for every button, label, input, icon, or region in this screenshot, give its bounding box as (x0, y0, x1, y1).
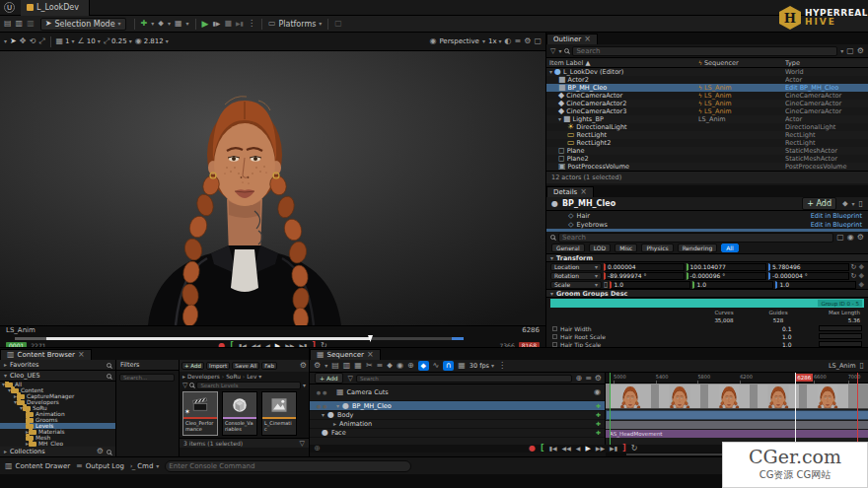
cinematics-icon[interactable] (175, 20, 182, 28)
view-options-icon[interactable] (300, 440, 305, 448)
groom-group-bar[interactable]: Group ID 0 - 5 (550, 299, 864, 308)
save-icon[interactable] (4, 20, 12, 28)
outliner-settings-icon[interactable] (857, 47, 864, 55)
scale-lock-icon[interactable] (604, 281, 608, 289)
close-icon[interactable] (78, 351, 85, 359)
asset-l-cinematic[interactable]: L_Cinematic (261, 391, 297, 436)
scale-dropdown[interactable]: Scale (550, 281, 602, 289)
outliner-row[interactable]: CineCameraActorLS_AnimCineCameraActor (546, 92, 868, 100)
details-search-input[interactable] (558, 233, 833, 243)
sequencer-settings-icon[interactable] (314, 362, 321, 370)
chevron-down-icon[interactable] (840, 47, 843, 55)
location-x-field[interactable]: 0.000004 (604, 263, 685, 271)
display-options-icon[interactable] (836, 234, 844, 242)
keyframe-all-button[interactable] (418, 361, 429, 371)
go-to-start-button[interactable] (549, 445, 557, 453)
tab-details[interactable]: Details (546, 186, 594, 197)
expander-icon[interactable] (558, 115, 561, 123)
track-bp-mh-cleo[interactable]: BP_MH_Cleo (310, 401, 605, 411)
edit-icon[interactable] (366, 362, 373, 370)
play-button[interactable] (202, 20, 209, 29)
close-icon[interactable] (367, 351, 374, 359)
list-options-icon[interactable] (585, 375, 592, 383)
filter-icon[interactable] (182, 382, 187, 389)
chevron-down-icon[interactable] (186, 20, 189, 28)
chevron-down-icon[interactable] (325, 362, 327, 370)
track-camera-cuts[interactable]: Camera Cuts (310, 384, 605, 401)
chevron-down-icon[interactable] (258, 373, 261, 381)
outliner-row[interactable]: RectLightRectLight (546, 131, 868, 139)
chevron-down-icon[interactable] (558, 47, 561, 55)
head-movement-section[interactable]: AS_HeadMovement (606, 430, 868, 438)
location-y-field[interactable]: 100.104077 (687, 263, 767, 271)
browser-icon[interactable] (27, 20, 35, 28)
project-header[interactable]: Cleo_UE5 (0, 371, 115, 382)
outliner-row-selected[interactable]: BP_MH_CleoLS_AnimEdit BP_MH_Cleo (546, 84, 868, 92)
set-playback-start-button[interactable] (541, 445, 544, 453)
range-button[interactable] (443, 361, 454, 371)
edit-in-blueprint-link[interactable]: Edit in Blueprint (811, 212, 862, 220)
checkbox[interactable] (552, 334, 557, 339)
rotation-snap-control[interactable]: 10 (78, 37, 101, 45)
outliner-search-input[interactable] (572, 46, 837, 56)
blueprint-icon[interactable] (842, 200, 848, 208)
add-button[interactable]: + Add (181, 362, 204, 370)
snap-icon[interactable] (314, 445, 321, 453)
curve-editor-icon[interactable] (433, 362, 440, 370)
outliner-row[interactable]: CineCameraActor3LS_AnimCineCameraActor (546, 107, 868, 115)
gear-icon[interactable] (595, 375, 602, 383)
mute-icon[interactable] (317, 402, 321, 410)
add-section-icon[interactable] (596, 430, 601, 436)
column-item-label[interactable]: Item Label ▲ (546, 59, 698, 67)
back-icon[interactable] (182, 373, 185, 381)
frame-skip-icon[interactable] (212, 20, 220, 28)
track-face[interactable]: Face (310, 429, 605, 438)
asset-console-variables[interactable]: Console_Variables (222, 391, 257, 436)
lock-icon[interactable] (859, 200, 863, 208)
column-sequencer[interactable]: Sequencer (698, 59, 785, 67)
record-button[interactable] (529, 445, 536, 453)
render-movie-icon[interactable] (354, 362, 362, 370)
favorites-header[interactable]: Favorites (0, 360, 115, 371)
hair-width-input[interactable] (819, 325, 862, 331)
filter-lod[interactable]: LOD (589, 244, 611, 252)
loop-button[interactable] (631, 445, 638, 453)
save-all-button[interactable]: Save All (232, 362, 259, 370)
filter-misc[interactable]: Misc (615, 244, 637, 252)
screen-percentage-control[interactable]: 1x (488, 37, 502, 45)
outliner-row[interactable]: L_LookDev (Editor)World (546, 68, 868, 76)
edit-blueprint-link[interactable]: Edit BP_MH_Cleo (785, 84, 868, 92)
fast-forward-button[interactable] (596, 445, 605, 453)
column-type[interactable]: Type (785, 59, 868, 67)
reset-icon[interactable] (851, 272, 857, 280)
checkbox[interactable] (552, 342, 557, 347)
eject-icon[interactable] (236, 20, 244, 28)
breadcrumb-developers[interactable]: Developers (187, 374, 220, 380)
add-section-icon[interactable] (596, 412, 601, 418)
show-flags-icon[interactable] (515, 37, 522, 45)
filters-search-input[interactable] (119, 374, 175, 382)
rotation-y-field[interactable]: -0.000096 ° (687, 272, 767, 280)
viewport-settings-icon[interactable] (524, 37, 531, 45)
timeline-scrubber[interactable] (0, 335, 545, 341)
mute-icon[interactable] (317, 388, 321, 396)
platforms-dropdown[interactable]: Platforms (268, 20, 322, 29)
scale-x-field[interactable]: 1.0 (610, 281, 690, 289)
gear-icon[interactable] (97, 448, 104, 455)
level-tab[interactable]: L_LookDev (21, 0, 90, 16)
rotation-x-field[interactable]: -89.999974 ° (604, 272, 685, 280)
set-playback-end-button[interactable] (622, 445, 626, 453)
save-icon[interactable] (331, 362, 339, 370)
hair-root-scale-input[interactable] (819, 333, 862, 339)
add-section-icon[interactable] (596, 403, 601, 409)
unreal-logo-icon[interactable]: U (4, 2, 15, 13)
solo-icon[interactable] (323, 388, 326, 396)
filter-general[interactable]: General (551, 244, 585, 252)
reset-icon[interactable] (851, 263, 857, 271)
breadcrumb-soru[interactable]: SoRu (226, 374, 241, 380)
rotation-z-field[interactable]: -0.000004 ° (768, 272, 849, 280)
track-animation[interactable]: Animation (310, 420, 605, 429)
scale-y-field[interactable]: 1.0 (692, 281, 773, 289)
scale-z-field[interactable]: 1.0 (775, 281, 856, 289)
gear-icon[interactable] (300, 362, 307, 370)
